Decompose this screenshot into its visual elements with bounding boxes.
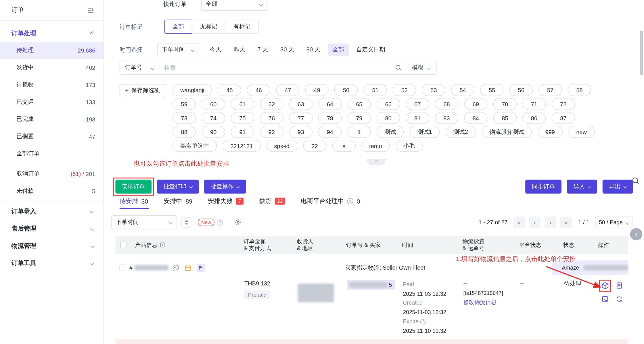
- sync-orders-button[interactable]: 同步订单: [525, 180, 561, 194]
- calendar-icon[interactable]: [184, 264, 192, 271]
- filter-tag[interactable]: 88: [172, 126, 196, 138]
- sidebar-item-pending[interactable]: 待处理 29,686: [0, 42, 103, 59]
- filter-tag[interactable]: 56: [509, 84, 533, 96]
- filter-tag[interactable]: 70: [493, 98, 517, 110]
- sync-order-icon[interactable]: [616, 295, 623, 303]
- filter-tag[interactable]: 79: [348, 112, 371, 124]
- sort-order-toggle[interactable]: [181, 217, 191, 227]
- quick-order-select[interactable]: 全部: [201, 0, 267, 11]
- sidebar-section-order-tools[interactable]: 订单工具: [0, 254, 103, 272]
- filter-tag[interactable]: 黑名单选中: [172, 140, 217, 152]
- filter-tag[interactable]: 1: [348, 126, 371, 138]
- next-page-button[interactable]: ›: [545, 217, 556, 228]
- sidebar-section-after-sales[interactable]: 售后管理: [0, 220, 103, 237]
- sidebar-item-completed[interactable]: 已完成 193: [0, 111, 103, 128]
- filter-tag[interactable]: 77: [289, 112, 313, 124]
- mark-option-all[interactable]: 全部: [164, 20, 192, 34]
- filter-tag[interactable]: 76: [260, 112, 283, 124]
- filter-tag[interactable]: 50: [334, 84, 358, 96]
- sidebar-item-shipping[interactable]: 发货中 402: [0, 59, 103, 76]
- filter-tag[interactable]: 84: [464, 112, 487, 124]
- prev-page-button[interactable]: ‹: [529, 217, 540, 228]
- collapse-sidebar-icon[interactable]: [87, 6, 95, 14]
- tab-to-arrange[interactable]: 待安排 30: [120, 197, 148, 209]
- filter-tag[interactable]: 测试: [377, 126, 404, 138]
- filter-tag[interactable]: 68: [435, 98, 458, 110]
- panel-collapse-button[interactable]: ‹: [630, 228, 642, 240]
- sidebar-section-order-processing[interactable]: 订单处理: [0, 25, 103, 42]
- tab-arranging[interactable]: 安排中 89: [164, 197, 193, 209]
- filter-tag[interactable]: 72: [552, 98, 575, 110]
- filter-tag[interactable]: 80: [377, 112, 400, 124]
- time-option-90d[interactable]: 90 天: [302, 43, 325, 56]
- filter-tag[interactable]: 999: [537, 126, 563, 138]
- time-option-7d[interactable]: 7 天: [253, 43, 273, 56]
- arrange-orders-button[interactable]: 安排订单: [115, 180, 152, 194]
- filter-tag[interactable]: 87: [552, 112, 575, 124]
- order-checkbox[interactable]: [120, 264, 126, 271]
- filter-tag[interactable]: wanglaoji: [172, 84, 212, 96]
- scrollbar-thumb[interactable]: [640, 31, 643, 75]
- filter-tag[interactable]: temu: [361, 140, 390, 152]
- edit-logistics-link[interactable]: 修改物流信息: [463, 299, 497, 306]
- save-filter-button[interactable]: + 保存筛选项: [120, 84, 165, 97]
- search-input[interactable]: [159, 64, 391, 71]
- last-page-button[interactable]: »: [560, 217, 572, 228]
- filter-tag[interactable]: 物流服务测试: [482, 126, 532, 138]
- filter-tag[interactable]: 54: [451, 84, 474, 96]
- filter-tag[interactable]: 86: [522, 112, 546, 124]
- sidebar-item-to-collect[interactable]: 待揽收 173: [0, 76, 103, 94]
- sidebar-section-order-entry[interactable]: 订单录入: [0, 203, 103, 220]
- filter-tag[interactable]: 91: [231, 126, 254, 138]
- gear-icon[interactable]: [235, 219, 242, 226]
- filter-tag[interactable]: 52: [393, 84, 416, 96]
- export-button[interactable]: 导出: [603, 180, 633, 194]
- tab-out-of-stock[interactable]: 缺货 22: [259, 197, 285, 209]
- filter-tag[interactable]: 53: [422, 84, 445, 96]
- chat-icon[interactable]: [172, 264, 179, 271]
- floating-search-icon[interactable]: [632, 177, 640, 185]
- filter-tag[interactable]: 62: [260, 98, 283, 110]
- import-button[interactable]: 导入: [567, 180, 597, 194]
- tab-arrange-failed[interactable]: 安排失败 7: [208, 197, 244, 209]
- filter-tag[interactable]: 2212121: [223, 140, 260, 152]
- filter-tag[interactable]: 57: [538, 84, 562, 96]
- time-option-yesterday[interactable]: 昨天: [229, 43, 250, 56]
- search-field-select[interactable]: 订单号: [120, 61, 159, 74]
- filter-tag[interactable]: 58: [568, 84, 591, 96]
- filter-tag[interactable]: 93: [289, 126, 313, 138]
- filter-tag[interactable]: 83: [435, 112, 458, 124]
- search-mode-select[interactable]: 模糊: [406, 61, 436, 74]
- filter-tag[interactable]: s: [332, 140, 356, 152]
- time-option-today[interactable]: 今天: [205, 43, 226, 56]
- filter-tag[interactable]: 49: [305, 84, 329, 96]
- filter-tag[interactable]: 78: [318, 112, 342, 124]
- arrange-order-icon[interactable]: [601, 282, 609, 289]
- filter-tag[interactable]: 81: [406, 112, 429, 124]
- time-option-all[interactable]: 全部: [327, 43, 349, 56]
- filter-tag[interactable]: 55: [480, 84, 504, 96]
- filter-tag[interactable]: 90: [202, 126, 225, 138]
- filter-tag[interactable]: 94: [318, 126, 342, 138]
- filter-tag[interactable]: 66: [377, 98, 400, 110]
- time-option-custom[interactable]: 自定义日期: [351, 43, 390, 56]
- filter-tag[interactable]: 67: [406, 98, 429, 110]
- filter-tag[interactable]: 22: [303, 140, 326, 152]
- filter-tag[interactable]: 46: [247, 84, 270, 96]
- filter-tag[interactable]: 测试1: [409, 126, 440, 138]
- sidebar-item-on-hold[interactable]: 已搁置 47: [0, 128, 103, 145]
- filter-tag[interactable]: 47: [276, 84, 300, 96]
- batch-operations-button[interactable]: 批量操作: [204, 180, 246, 194]
- collapse-filters-button[interactable]: [367, 159, 386, 165]
- mark-option-marked[interactable]: 有标记: [225, 20, 259, 34]
- filter-tag[interactable]: 59: [172, 98, 196, 110]
- mark-option-unmarked[interactable]: 无标记: [192, 20, 225, 34]
- search-icon[interactable]: [391, 64, 406, 71]
- filter-tag[interactable]: 测试2: [446, 126, 476, 138]
- filter-tag[interactable]: 51: [364, 84, 387, 96]
- filter-tag[interactable]: 65: [348, 98, 371, 110]
- filter-tag[interactable]: 74: [202, 112, 225, 124]
- filter-tag[interactable]: 69: [464, 98, 487, 110]
- time-type-select[interactable]: 下单时间: [157, 43, 198, 56]
- help-icon[interactable]: ?: [217, 219, 223, 225]
